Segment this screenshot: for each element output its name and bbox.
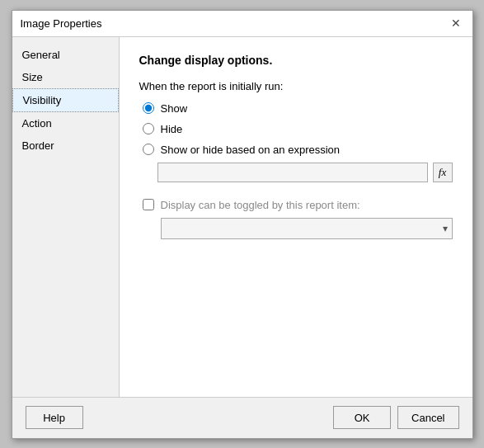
radio-show-label: Show (161, 102, 188, 115)
toggle-label: Display can be toggled by this report it… (161, 199, 360, 211)
fx-button[interactable]: fx (433, 163, 453, 182)
expression-row: fx (157, 163, 453, 182)
radio-show-input[interactable] (143, 102, 154, 114)
toggle-dropdown (161, 218, 453, 239)
radio-hide-input[interactable] (143, 123, 154, 134)
dialog-footer: Help OK Cancel (12, 397, 472, 438)
footer-right: OK Cancel (333, 406, 458, 429)
radio-expression-label: Show or hide based on an expression (161, 144, 341, 156)
radio-hide-label: Hide (161, 123, 183, 135)
sidebar-item-size[interactable]: Size (12, 66, 119, 88)
dialog-title: Image Properties (21, 17, 102, 30)
radio-hide[interactable]: Hide (143, 123, 453, 135)
select-wrapper (161, 218, 453, 239)
radio-expression[interactable]: Show or hide based on an expression (143, 144, 453, 156)
cancel-button[interactable]: Cancel (397, 406, 458, 429)
sidebar: General Size Visibility Action Border (12, 37, 120, 397)
main-content: Change display options. When the report … (120, 37, 472, 397)
sidebar-item-visibility[interactable]: Visibility (12, 88, 119, 112)
toggle-row: Display can be toggled by this report it… (143, 199, 453, 211)
sidebar-item-general[interactable]: General (12, 44, 119, 66)
radio-show[interactable]: Show (143, 102, 453, 115)
ok-button[interactable]: OK (333, 406, 391, 429)
toggle-section: Display can be toggled by this report it… (143, 199, 453, 239)
toggle-select[interactable] (161, 218, 453, 239)
close-button[interactable]: ✕ (448, 15, 464, 31)
image-properties-dialog: Image Properties ✕ General Size Visibili… (12, 10, 473, 439)
section-title: Change display options. (139, 54, 453, 67)
title-bar: Image Properties ✕ (12, 11, 472, 37)
help-button[interactable]: Help (26, 406, 83, 429)
run-label: When the report is initially run: (139, 80, 453, 92)
sidebar-item-border[interactable]: Border (12, 134, 119, 157)
expression-input[interactable] (157, 163, 428, 182)
sidebar-item-action[interactable]: Action (12, 112, 119, 134)
radio-group: Show Hide Show or hide based on an expre… (143, 102, 453, 156)
dialog-body: General Size Visibility Action Border Ch… (12, 37, 472, 397)
radio-expression-input[interactable] (143, 144, 154, 155)
toggle-checkbox[interactable] (143, 199, 154, 210)
